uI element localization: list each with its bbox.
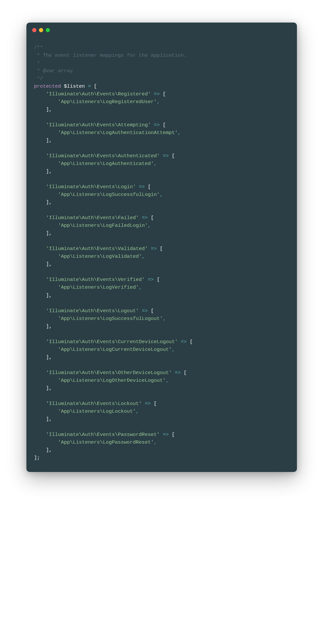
event-class: 'Illuminate\Auth\Events\PasswordReset'	[46, 432, 160, 437]
close-bracket: ],	[46, 138, 52, 143]
event-class: 'Illuminate\Auth\Events\Attempting'	[46, 122, 151, 128]
close-bracket: ],	[46, 447, 52, 453]
arrow-operator: =>	[145, 277, 157, 283]
minimize-icon[interactable]	[39, 28, 43, 32]
close-bracket: ],	[46, 385, 52, 391]
close-bracket-row: ],	[34, 384, 289, 392]
event-mapping-row: 'Illuminate\Auth\Events\Failed' => [	[34, 214, 289, 222]
open-bracket: [	[163, 122, 166, 128]
open-bracket: [	[163, 91, 166, 97]
event-class: 'Illuminate\Auth\Events\Lockout'	[46, 401, 142, 407]
comma: ,	[139, 284, 142, 290]
event-mapping-row: 'Illuminate\Auth\Events\Logout' => [	[34, 307, 289, 315]
arrow-operator: =>	[160, 153, 172, 159]
docblock-line: * The event listener mappings for the ap…	[34, 53, 187, 58]
comma: ,	[148, 223, 151, 228]
listener-row: 'App\Listeners\LogFailedLogin',	[34, 222, 289, 229]
listener-row: 'App\Listeners\LogCurrentDeviceLogout',	[34, 346, 289, 353]
listener-row: 'App\Listeners\LogAuthenticationAttempt'…	[34, 129, 289, 137]
close-bracket-row: ],	[34, 446, 289, 454]
blank-line	[34, 423, 289, 431]
comma: ,	[178, 130, 181, 136]
close-bracket: ],	[46, 293, 52, 298]
close-bracket: ],	[46, 107, 52, 112]
open-bracket: [	[157, 277, 160, 283]
open-bracket: [	[94, 83, 97, 89]
open-bracket: [	[160, 246, 163, 252]
code-window: /** * The event listener mappings for th…	[26, 23, 297, 472]
arrow-operator: =>	[151, 122, 163, 128]
comma: ,	[157, 99, 160, 105]
close-bracket-row: ],	[34, 198, 289, 206]
blank-line	[34, 361, 289, 369]
listener-class: 'App\Listeners\LogOtherDeviceLogout'	[58, 378, 166, 383]
close-bracket-row: ],	[34, 353, 289, 361]
open-bracket: [	[148, 184, 151, 190]
equals-operator: =	[85, 83, 94, 89]
event-mapping-row: 'Illuminate\Auth\Events\Validated' => [	[34, 245, 289, 253]
listener-class: 'App\Listeners\LogCurrentDeviceLogout'	[58, 347, 172, 352]
close-bracket-row: ],	[34, 415, 289, 423]
docblock-line: * @var array	[34, 68, 73, 74]
listen-variable: $listen	[64, 83, 85, 89]
arrow-operator: =>	[142, 401, 154, 407]
close-bracket: ],	[46, 323, 52, 329]
maximize-icon[interactable]	[46, 28, 50, 32]
listener-class: 'App\Listeners\LogRegisteredUser'	[58, 99, 157, 105]
blank-line	[34, 144, 289, 152]
event-class: 'Illuminate\Auth\Events\OtherDeviceLogou…	[46, 370, 172, 376]
close-bracket: ],	[46, 416, 52, 422]
comma: ,	[163, 316, 166, 322]
blank-line	[34, 113, 289, 121]
event-class: 'Illuminate\Auth\Events\Registered'	[46, 91, 151, 97]
close-bracket-row: ],	[34, 168, 289, 175]
comma: ,	[154, 161, 157, 167]
blank-line	[34, 299, 289, 307]
open-bracket: [	[151, 308, 154, 314]
open-bracket: [	[172, 432, 175, 437]
listener-class: 'App\Listeners\LogVerified'	[58, 284, 139, 290]
comma: ,	[154, 439, 157, 445]
listener-class: 'App\Listeners\LogAuthenticated'	[58, 161, 154, 167]
blank-line	[34, 237, 289, 245]
listener-row: 'App\Listeners\LogValidated',	[34, 253, 289, 260]
event-mapping-row: 'Illuminate\Auth\Events\CurrentDeviceLog…	[34, 338, 289, 346]
close-bracket: ],	[46, 168, 52, 174]
close-bracket-row: ],	[34, 106, 289, 113]
keyword-protected: protected	[34, 83, 61, 89]
listener-class: 'App\Listeners\LogPasswordReset'	[58, 439, 154, 445]
listener-row: 'App\Listeners\LogOtherDeviceLogout',	[34, 377, 289, 384]
close-bracket-row: ],	[34, 322, 289, 330]
docblock-line: */	[34, 76, 43, 82]
close-bracket: ],	[46, 261, 52, 267]
event-class: 'Illuminate\Auth\Events\Logout'	[46, 308, 139, 314]
listener-class: 'App\Listeners\LogSuccessfulLogout'	[58, 316, 163, 322]
listener-row: 'App\Listeners\LogLockout',	[34, 408, 289, 415]
event-mapping-row: 'Illuminate\Auth\Events\Authenticated' =…	[34, 152, 289, 160]
arrow-operator: =>	[139, 308, 151, 314]
listener-row: 'App\Listeners\LogAuthenticated',	[34, 160, 289, 168]
open-bracket: [	[151, 215, 154, 221]
close-bracket-semi: ];	[34, 455, 40, 461]
arrow-operator: =>	[151, 91, 163, 97]
event-class: 'Illuminate\Auth\Events\Authenticated'	[46, 153, 160, 159]
event-mapping-row: 'Illuminate\Auth\Events\Registered' => [	[34, 90, 289, 98]
event-class: 'Illuminate\Auth\Events\Failed'	[46, 215, 139, 221]
listener-class: 'App\Listeners\LogAuthenticationAttempt'	[58, 130, 178, 136]
close-bracket-row: ],	[34, 229, 289, 237]
event-mapping-row: 'Illuminate\Auth\Events\Lockout' => [	[34, 400, 289, 408]
arrow-operator: =>	[160, 432, 172, 437]
close-icon[interactable]	[32, 28, 36, 32]
listener-class: 'App\Listeners\LogValidated'	[58, 254, 142, 259]
listener-row: 'App\Listeners\LogSuccessfulLogin',	[34, 191, 289, 198]
event-mapping-row: 'Illuminate\Auth\Events\Verified' => [	[34, 276, 289, 284]
close-bracket: ],	[46, 354, 52, 360]
open-bracket: [	[184, 370, 187, 376]
listener-row: 'App\Listeners\LogSuccessfulLogout',	[34, 315, 289, 322]
listener-class: 'App\Listeners\LogFailedLogin'	[58, 223, 148, 228]
arrow-operator: =>	[136, 184, 148, 190]
blank-line	[34, 175, 289, 183]
comma: ,	[172, 347, 175, 352]
blank-line	[34, 206, 289, 214]
event-class: 'Illuminate\Auth\Events\Login'	[46, 184, 136, 190]
